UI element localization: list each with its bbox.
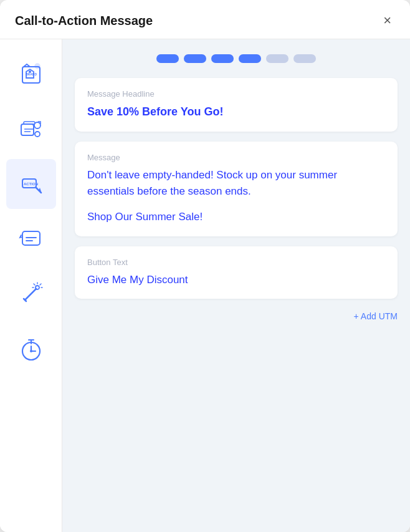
step-dot-1 bbox=[156, 54, 179, 63]
close-button[interactable]: × bbox=[379, 12, 395, 29]
svg-point-13 bbox=[30, 350, 32, 352]
modal-header: Call-to-Action Message × bbox=[0, 0, 410, 39]
headline-value: Save 10% Before You Go! bbox=[87, 104, 385, 120]
button-value: Give Me My Discount bbox=[87, 272, 385, 288]
button-card: Button Text Give Me My Discount bbox=[75, 246, 398, 299]
svg-point-7 bbox=[35, 132, 40, 137]
step-dot-5 bbox=[266, 54, 288, 63]
add-utm-link[interactable]: + Add UTM bbox=[75, 309, 398, 324]
svg-point-6 bbox=[34, 122, 41, 128]
sidebar-item-social[interactable] bbox=[6, 104, 56, 154]
message-label: Message bbox=[87, 153, 385, 162]
action-icon: ACTION bbox=[17, 170, 45, 198]
step-dots bbox=[75, 54, 398, 63]
magic-icon bbox=[17, 280, 45, 307]
svg-rect-4 bbox=[21, 124, 34, 135]
svg-text:ACTION: ACTION bbox=[24, 182, 38, 186]
sidebar: BRAND ACTIO bbox=[0, 39, 62, 532]
sidebar-item-timer[interactable] bbox=[6, 324, 56, 374]
headline-label: Message Headline bbox=[87, 89, 385, 99]
message-value-line2: Shop Our Summer Sale! bbox=[87, 209, 385, 225]
message-card: Message Don't leave empty-handed! Stock … bbox=[75, 142, 398, 236]
headline-card: Message Headline Save 10% Before You Go! bbox=[75, 78, 398, 132]
modal-title: Call-to-Action Message bbox=[15, 14, 153, 28]
main-content: Message Headline Save 10% Before You Go!… bbox=[62, 39, 410, 532]
step-dot-2 bbox=[184, 54, 206, 63]
svg-point-3 bbox=[35, 64, 40, 69]
sidebar-item-brand[interactable]: BRAND bbox=[6, 49, 56, 99]
svg-rect-10 bbox=[22, 231, 40, 245]
step-dot-3 bbox=[211, 54, 234, 63]
timer-icon bbox=[17, 335, 45, 362]
step-dot-6 bbox=[293, 54, 316, 63]
sidebar-item-action[interactable]: ACTION bbox=[6, 159, 56, 209]
svg-point-11 bbox=[36, 286, 39, 289]
message-icon bbox=[17, 225, 45, 253]
modal-body: BRAND ACTIO bbox=[0, 39, 410, 532]
modal: Call-to-Action Message × BRAND bbox=[0, 0, 410, 532]
svg-text:BRAND: BRAND bbox=[26, 72, 37, 76]
sidebar-item-message[interactable] bbox=[6, 214, 56, 264]
brand-icon: BRAND bbox=[17, 60, 45, 88]
sidebar-item-magic[interactable] bbox=[6, 269, 56, 319]
button-label: Button Text bbox=[87, 258, 385, 267]
message-value-line1: Don't leave empty-handed! Stock up on yo… bbox=[87, 167, 385, 199]
svg-rect-5 bbox=[24, 122, 35, 124]
social-icon bbox=[17, 115, 45, 143]
step-dot-4 bbox=[239, 54, 261, 63]
